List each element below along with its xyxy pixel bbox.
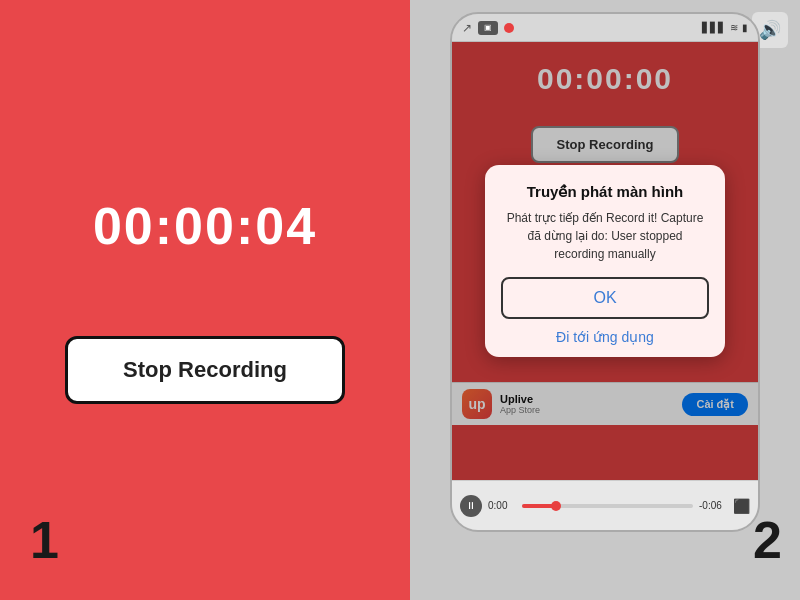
play-pause-button[interactable]: ⏸ <box>460 495 482 517</box>
stop-recording-button[interactable]: Stop Recording <box>65 336 345 404</box>
dialog-message: Phát trực tiếp đến Record it! Capture đã… <box>501 209 709 263</box>
phone-mockup: ↗ ▣ ▋▋▋ ≋ ▮ 00:00:00 Stop Recording up <box>450 12 760 532</box>
status-bar-left: ↗ ▣ <box>462 21 514 35</box>
step-number-right: 2 <box>753 510 782 570</box>
progress-thumb <box>551 501 561 511</box>
dialog-box: Truyền phát màn hình Phát trực tiếp đến … <box>485 165 725 357</box>
progress-bar[interactable] <box>522 504 693 508</box>
dialog-overlay: Truyền phát màn hình Phát trực tiếp đến … <box>452 42 758 480</box>
status-bar-right: ▋▋▋ ≋ ▮ <box>702 22 748 33</box>
right-panel: 🔊 ↗ ▣ ▋▋▋ ≋ ▮ 00:00:00 Sto <box>410 0 800 600</box>
airplay-icon[interactable]: ⬛ <box>733 498 750 514</box>
phone-status-bar: ↗ ▣ ▋▋▋ ≋ ▮ <box>452 14 758 42</box>
phone-bottom-bar: ⏸ 0:00 -0:06 ⬛ <box>452 480 758 530</box>
signal-bars-icon: ▋▋▋ <box>702 22 726 33</box>
time-remaining: -0:06 <box>699 500 727 511</box>
timer-display: 00:00:04 <box>93 196 317 256</box>
dialog-link[interactable]: Đi tới ứng dụng <box>501 329 709 345</box>
record-indicator <box>504 23 514 33</box>
phone-screen: 00:00:00 Stop Recording up Uplive App St… <box>452 42 758 480</box>
step-number-left: 1 <box>30 510 59 570</box>
battery-icon: ▮ <box>742 22 748 33</box>
resize-icon: ↗ <box>462 21 472 35</box>
screen-mirror-icon: ▣ <box>478 21 498 35</box>
left-panel: 00:00:04 Stop Recording 1 <box>0 0 410 600</box>
dialog-ok-button[interactable]: OK <box>501 277 709 319</box>
wifi-icon: ≋ <box>730 22 738 33</box>
time-current: 0:00 <box>488 500 516 511</box>
dialog-title: Truyền phát màn hình <box>501 183 709 201</box>
pause-icon: ⏸ <box>466 500 476 511</box>
